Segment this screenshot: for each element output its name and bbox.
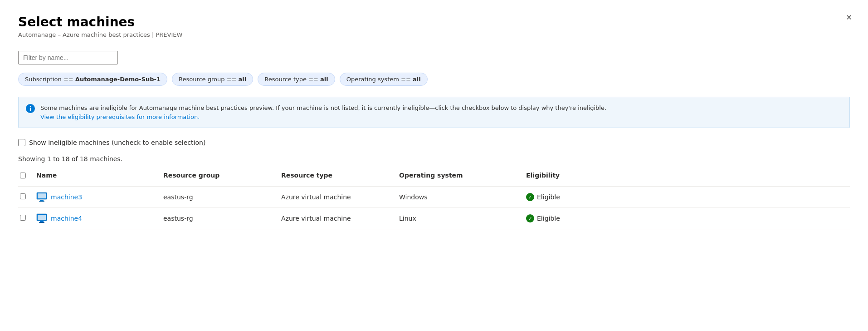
- subscription-filter-label: Subscription == Automanage-Demo-Sub-1: [25, 76, 161, 83]
- eligible-check-icon: [526, 214, 534, 222]
- svg-rect-7: [39, 222, 44, 223]
- row2-eligibility: Eligible: [524, 209, 615, 228]
- row2-checkbox-cell: [18, 209, 34, 227]
- row1-resource-type: Azure virtual machine: [279, 188, 397, 206]
- vm-icon: [36, 213, 47, 223]
- header-name: Name: [34, 168, 161, 183]
- table-row: machine4 eastus-rg Azure virtual machine…: [18, 208, 850, 229]
- filter-input[interactable]: [18, 51, 118, 64]
- resource-group-filter-label: Resource group == all: [179, 76, 246, 83]
- machines-table: Name Resource group Resource type Operat…: [18, 168, 850, 229]
- row1-eligibility-text: Eligible: [537, 193, 560, 201]
- table-row: machine3 eastus-rg Azure virtual machine…: [18, 187, 850, 208]
- svg-rect-3: [39, 201, 44, 202]
- info-text: Some machines are ineligible for Automan…: [40, 104, 606, 121]
- row2-name-text: machine4: [51, 215, 82, 222]
- svg-rect-1: [38, 193, 46, 198]
- operating-system-filter-label: Operating system == all: [346, 76, 421, 83]
- row2-eligibility-badge: Eligible: [526, 214, 613, 222]
- row2-name-cell: machine4: [34, 208, 161, 229]
- vm-icon: [36, 192, 47, 202]
- header-resource-type: Resource type: [279, 168, 397, 183]
- row2-resource-group: eastus-rg: [161, 209, 279, 227]
- header-eligibility: Eligibility: [524, 168, 615, 183]
- row1-eligibility-badge: Eligible: [526, 193, 613, 201]
- row2-resource-type: Azure virtual machine: [279, 209, 397, 227]
- row1-machine-name[interactable]: machine3: [36, 192, 160, 202]
- row2-eligibility-text: Eligible: [537, 215, 560, 222]
- operating-system-filter-pill[interactable]: Operating system == all: [340, 73, 428, 86]
- resource-group-filter-pill[interactable]: Resource group == all: [172, 73, 253, 86]
- row2-operating-system: Linux: [397, 209, 524, 227]
- svg-rect-6: [40, 221, 44, 222]
- row2-machine-name[interactable]: machine4: [36, 213, 160, 223]
- show-ineligible-checkbox[interactable]: [18, 139, 25, 146]
- eligible-check-icon: [526, 193, 534, 201]
- row1-name-text: machine3: [51, 193, 82, 201]
- page-title: Select machines: [18, 15, 850, 30]
- select-all-checkbox-cell: [18, 168, 34, 183]
- resource-type-filter-pill[interactable]: Resource type == all: [258, 73, 335, 86]
- select-all-checkbox[interactable]: [20, 173, 26, 178]
- showing-count-text: Showing 1 to 18 of 18 machines.: [18, 155, 850, 163]
- svg-rect-2: [40, 200, 44, 201]
- row2-checkbox[interactable]: [20, 215, 26, 221]
- table-header: Name Resource group Resource type Operat…: [18, 168, 850, 187]
- info-banner: i Some machines are ineligible for Autom…: [18, 97, 850, 128]
- page-subtitle: Automanage – Azure machine best practice…: [18, 31, 850, 38]
- header-operating-system: Operating system: [397, 168, 524, 183]
- ineligible-checkbox-row: Show ineligible machines (uncheck to ena…: [18, 139, 850, 146]
- info-message: Some machines are ineligible for Automan…: [40, 104, 606, 111]
- row1-name-cell: machine3: [34, 187, 161, 207]
- close-button[interactable]: ×: [846, 13, 852, 22]
- svg-rect-5: [38, 215, 46, 220]
- info-icon: i: [26, 104, 35, 113]
- row1-checkbox[interactable]: [20, 193, 26, 199]
- header-resource-group: Resource group: [161, 168, 279, 183]
- row1-eligibility: Eligible: [524, 188, 615, 207]
- row1-checkbox-cell: [18, 188, 34, 206]
- subscription-filter-pill[interactable]: Subscription == Automanage-Demo-Sub-1: [18, 73, 167, 86]
- resource-type-filter-label: Resource type == all: [264, 76, 328, 83]
- show-ineligible-label[interactable]: Show ineligible machines (uncheck to ena…: [29, 139, 205, 146]
- eligibility-link[interactable]: View the eligibility prerequisites for m…: [40, 114, 200, 120]
- row1-resource-group: eastus-rg: [161, 188, 279, 206]
- filter-pills: Subscription == Automanage-Demo-Sub-1 Re…: [18, 73, 850, 86]
- row1-operating-system: Windows: [397, 188, 524, 206]
